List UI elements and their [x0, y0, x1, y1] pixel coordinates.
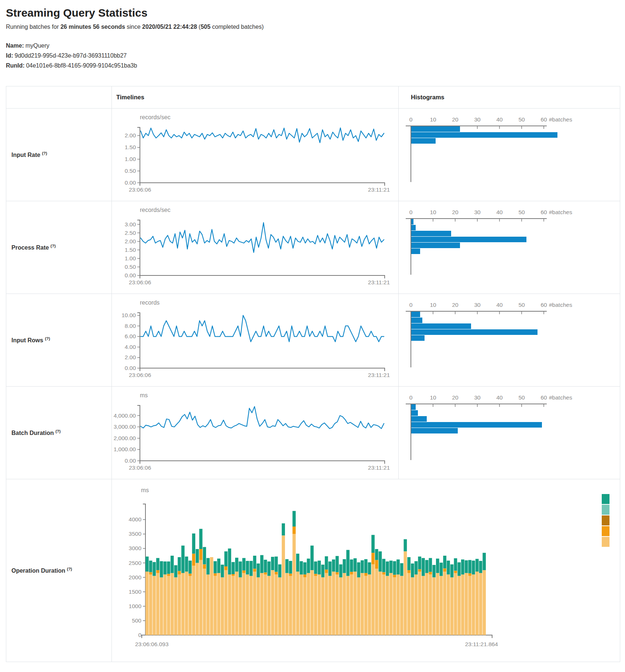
- process-rate-histogram-chart: 0102030405060#batches: [399, 204, 604, 291]
- svg-text:0: 0: [138, 632, 141, 638]
- svg-text:0: 0: [409, 302, 413, 308]
- completed-batches-count: 505: [200, 24, 210, 30]
- table-row-batch-duration: Batch Duration (?) ms4,000.003,000.002,0…: [6, 387, 620, 479]
- process-rate-histogram-cell: 0102030405060#batches: [399, 201, 620, 294]
- svg-text:1,000.00: 1,000.00: [114, 446, 136, 452]
- query-id-label: Id:: [6, 52, 13, 59]
- svg-text:23:06:06: 23:06:06: [129, 279, 151, 285]
- svg-text:#batches: #batches: [549, 116, 572, 123]
- svg-text:50: 50: [518, 394, 525, 401]
- batches-suffix: completed batches): [210, 24, 264, 30]
- svg-text:23:06:06.093: 23:06:06.093: [135, 641, 169, 647]
- svg-text:10.00: 10.00: [121, 312, 136, 318]
- svg-text:3500: 3500: [129, 531, 142, 537]
- process-rate-label: Process Rate: [11, 244, 49, 251]
- table-header-row: Timelines Histograms: [6, 86, 620, 109]
- svg-text:60: 60: [540, 116, 547, 123]
- svg-text:records: records: [140, 299, 159, 306]
- svg-text:3000: 3000: [129, 545, 142, 551]
- svg-text:1.00: 1.00: [125, 255, 136, 261]
- svg-text:#batches: #batches: [549, 209, 572, 215]
- table-row-process-rate: Process Rate (?) records/sec3.002.502.00…: [6, 201, 620, 294]
- query-runid-line: RunId:04e101e6-8bf8-4165-9099-9104c951ba…: [6, 61, 625, 71]
- svg-text:2500: 2500: [129, 560, 142, 566]
- operation-duration-label: Operation Duration: [11, 568, 65, 574]
- running-duration: 26 minutes 56 seconds: [61, 24, 125, 30]
- batch-duration-label: Batch Duration: [11, 430, 54, 436]
- page-title: Streaming Query Statistics: [6, 7, 625, 19]
- svg-text:23:11:21: 23:11:21: [368, 372, 390, 378]
- svg-text:4,000.00: 4,000.00: [114, 412, 136, 419]
- input-rate-label-cell: Input Rate (?): [6, 109, 112, 201]
- table-row-operation-duration: Operation Duration (?) ms400035003000250…: [6, 479, 620, 662]
- process-rate-timeline-chart: records/sec3.002.502.001.501.000.500.002…: [112, 204, 390, 291]
- operation-duration-label-cell: Operation Duration (?): [6, 479, 112, 662]
- svg-text:ms: ms: [140, 392, 148, 398]
- svg-text:40: 40: [496, 302, 503, 308]
- svg-text:10: 10: [430, 394, 436, 401]
- svg-text:60: 60: [540, 209, 547, 215]
- svg-text:50: 50: [518, 116, 525, 123]
- svg-text:#batches: #batches: [549, 394, 572, 401]
- svg-text:3,000.00: 3,000.00: [114, 424, 136, 430]
- svg-text:0.50: 0.50: [125, 168, 136, 174]
- input-rows-help-hint[interactable]: (?): [45, 336, 50, 341]
- header-timelines: Timelines: [112, 86, 399, 109]
- batch-duration-timeline-cell: ms4,000.003,000.002,000.001,000.000.0023…: [112, 387, 399, 479]
- input-rate-label: Input Rate: [11, 152, 40, 158]
- svg-text:500: 500: [132, 617, 141, 624]
- legend-swatch: [602, 537, 609, 547]
- input-rows-timeline-cell: records10.008.006.004.002.000.0023:06:06…: [112, 294, 399, 387]
- svg-text:#batches: #batches: [549, 302, 572, 308]
- svg-text:20: 20: [452, 116, 459, 123]
- legend-swatch: [602, 515, 609, 525]
- batch-duration-histogram-cell: 0102030405060#batches: [399, 387, 620, 479]
- svg-text:6.00: 6.00: [125, 333, 136, 339]
- operation-duration-help-hint[interactable]: (?): [67, 567, 72, 571]
- svg-text:23:06:06: 23:06:06: [129, 464, 151, 471]
- svg-text:23:11:21: 23:11:21: [368, 186, 390, 193]
- legend-swatch: [602, 505, 609, 515]
- svg-text:30: 30: [474, 302, 481, 308]
- table-row-input-rows: Input Rows (?) records10.008.006.004.002…: [6, 294, 620, 387]
- input-rate-help-hint[interactable]: (?): [42, 151, 47, 155]
- svg-text:30: 30: [474, 209, 481, 215]
- svg-text:20: 20: [452, 209, 459, 215]
- svg-text:2.00: 2.00: [125, 354, 136, 360]
- process-rate-timeline-cell: records/sec3.002.502.001.501.000.500.002…: [112, 201, 399, 294]
- svg-text:0.00: 0.00: [125, 457, 136, 464]
- svg-text:0: 0: [409, 116, 413, 123]
- input-rows-histogram-chart: 0102030405060#batches: [399, 296, 604, 384]
- svg-text:2.00: 2.00: [125, 132, 136, 138]
- svg-text:10: 10: [430, 302, 436, 308]
- svg-text:50: 50: [518, 302, 525, 308]
- operation-duration-chart-cell: ms4000350030002500200015001000500023:06:…: [112, 479, 620, 662]
- header-histograms: Histograms: [399, 86, 620, 109]
- operation-duration-legend: [602, 494, 609, 548]
- svg-text:10: 10: [430, 209, 436, 215]
- svg-text:ms: ms: [141, 487, 149, 493]
- input-rate-timeline-chart: records/sec2.001.501.000.500.0023:06:062…: [112, 111, 390, 198]
- legend-swatch: [602, 494, 609, 504]
- batch-duration-timeline-chart: ms4,000.003,000.002,000.001,000.000.0023…: [112, 389, 390, 476]
- batch-duration-histogram-chart: 0102030405060#batches: [399, 389, 604, 476]
- svg-text:2,000.00: 2,000.00: [114, 435, 136, 441]
- table-row-input-rate: Input Rate (?) records/sec2.001.501.000.…: [6, 109, 620, 201]
- svg-text:20: 20: [452, 394, 459, 401]
- svg-text:23:11:21: 23:11:21: [368, 279, 390, 285]
- query-name-label: Name:: [6, 42, 24, 49]
- batch-duration-label-cell: Batch Duration (?): [6, 387, 112, 479]
- batches-open-paren: (: [197, 24, 201, 30]
- header-empty-cell: [6, 86, 112, 109]
- batch-duration-help-hint[interactable]: (?): [55, 429, 61, 433]
- svg-text:40: 40: [496, 116, 503, 123]
- svg-text:0.50: 0.50: [125, 264, 136, 270]
- process-rate-label-cell: Process Rate (?): [6, 201, 112, 294]
- legend-swatch: [602, 526, 609, 536]
- process-rate-help-hint[interactable]: (?): [51, 244, 56, 248]
- input-rate-histogram-cell: 0102030405060#batches: [399, 109, 620, 201]
- svg-text:2000: 2000: [129, 574, 142, 580]
- svg-text:10: 10: [430, 116, 436, 123]
- svg-text:1.00: 1.00: [125, 156, 136, 162]
- svg-text:3.00: 3.00: [125, 221, 136, 227]
